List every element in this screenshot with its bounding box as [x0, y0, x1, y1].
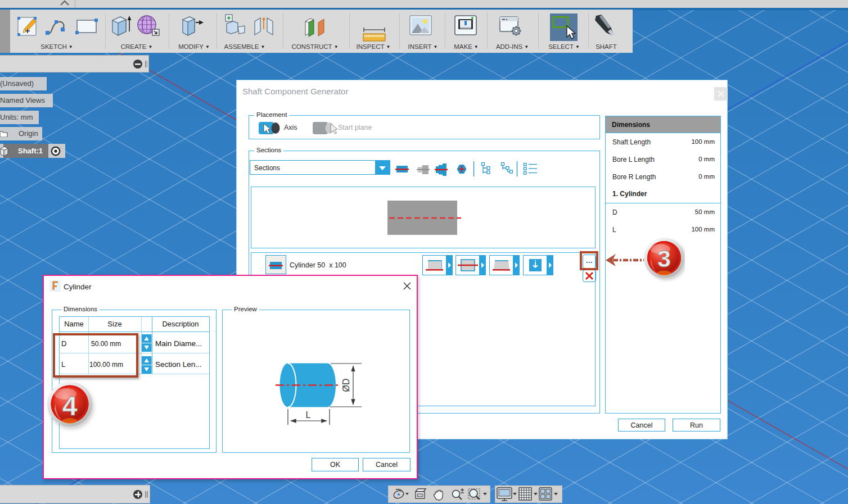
svg-text:L: L	[306, 410, 311, 420]
svg-text:3: 3	[657, 245, 671, 272]
svg-text:ØD: ØD	[341, 379, 351, 392]
svg-text:4: 4	[62, 391, 78, 421]
